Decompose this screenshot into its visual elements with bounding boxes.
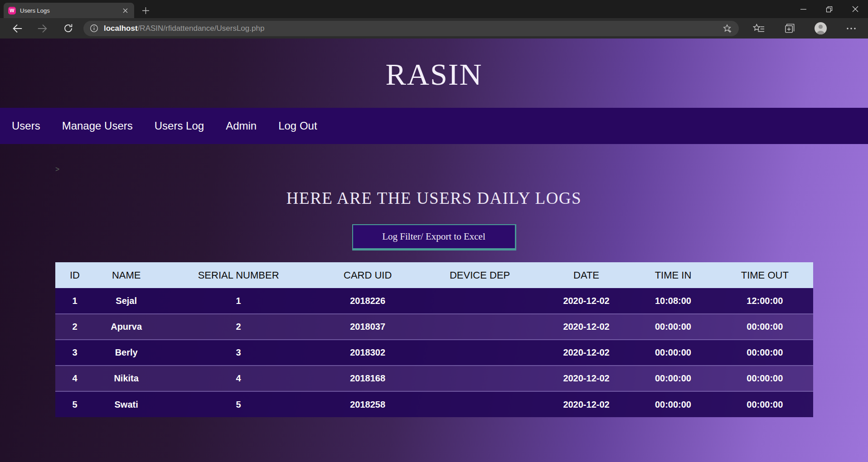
browser-tab-users-logs[interactable]: W Users Logs bbox=[4, 3, 134, 18]
table-row: 5 Swati 5 2018258 2020-12-02 00:00:00 00… bbox=[55, 391, 813, 417]
site-brand-title: RASIN bbox=[0, 38, 868, 92]
cell-id: 1 bbox=[55, 288, 95, 314]
cell-card-uid: 2018302 bbox=[319, 340, 417, 366]
nav-item-users-log[interactable]: Users Log bbox=[144, 120, 215, 132]
cell-device-dep bbox=[417, 314, 543, 340]
main-navbar: Users Manage Users Users Log Admin Log O… bbox=[0, 108, 868, 144]
log-filter-export-button[interactable]: Log Filter/ Export to Excel bbox=[352, 224, 516, 250]
cell-date: 2020-12-02 bbox=[543, 391, 630, 417]
cell-card-uid: 2018226 bbox=[319, 288, 417, 314]
cell-device-dep bbox=[417, 288, 543, 314]
restore-icon[interactable] bbox=[816, 0, 842, 18]
table-row: 3 Berly 3 2018302 2020-12-02 00:00:00 00… bbox=[55, 340, 813, 366]
cell-time-out: 12:00:00 bbox=[717, 288, 813, 314]
browser-window: W Users Logs bbox=[0, 0, 868, 462]
tab-title: Users Logs bbox=[20, 7, 121, 14]
browser-toolbar: localhost/RASIN/rfidattendance/UsersLog.… bbox=[0, 18, 868, 38]
forward-icon[interactable] bbox=[30, 19, 55, 38]
cell-name: Berly bbox=[94, 340, 158, 366]
nav-item-admin[interactable]: Admin bbox=[215, 120, 267, 132]
table-row: 2 Apurva 2 2018037 2020-12-02 00:00:00 0… bbox=[55, 314, 813, 340]
collections-icon[interactable] bbox=[779, 19, 800, 38]
cell-time-in: 00:00:00 bbox=[630, 391, 717, 417]
favorites-bar-icon[interactable] bbox=[748, 19, 770, 38]
cell-serial: 5 bbox=[158, 391, 319, 417]
window-controls bbox=[790, 0, 868, 18]
wampserver-favicon-icon: W bbox=[8, 7, 16, 14]
table-row: 1 Sejal 1 2018226 2020-12-02 10:08:00 12… bbox=[55, 288, 813, 314]
col-name: NAME bbox=[94, 262, 158, 288]
table-row: 4 Nikita 4 2018168 2020-12-02 00:00:00 0… bbox=[55, 366, 813, 391]
webpage: RASIN Users Manage Users Users Log Admin… bbox=[0, 38, 868, 462]
close-icon[interactable] bbox=[842, 0, 868, 18]
col-id: ID bbox=[55, 262, 95, 288]
cell-device-dep bbox=[417, 391, 543, 417]
avatar-person-icon bbox=[815, 22, 827, 34]
cell-date: 2020-12-02 bbox=[543, 340, 630, 366]
col-card-uid: CARD UID bbox=[319, 262, 417, 288]
address-bar[interactable]: localhost/RASIN/rfidattendance/UsersLog.… bbox=[83, 21, 739, 36]
cell-time-in: 00:00:00 bbox=[630, 314, 717, 340]
cell-time-out: 00:00:00 bbox=[717, 391, 813, 417]
minimize-icon[interactable] bbox=[790, 0, 816, 18]
cell-time-in: 00:00:00 bbox=[630, 340, 717, 366]
profile-avatar[interactable] bbox=[810, 19, 831, 38]
cell-id: 2 bbox=[55, 314, 95, 340]
add-favorite-star-icon[interactable] bbox=[723, 24, 732, 34]
cell-id: 5 bbox=[55, 391, 95, 417]
nav-item-log-out[interactable]: Log Out bbox=[267, 120, 328, 132]
page-title: HERE ARE THE USERS DAILY LOGS bbox=[0, 188, 868, 208]
url-text: localhost/RASIN/rfidattendance/UsersLog.… bbox=[104, 24, 264, 33]
cell-date: 2020-12-02 bbox=[543, 314, 630, 340]
cell-card-uid: 2018258 bbox=[319, 391, 417, 417]
browser-titlebar: W Users Logs bbox=[0, 0, 868, 18]
cell-device-dep bbox=[417, 366, 543, 391]
cell-id: 4 bbox=[55, 366, 95, 391]
stray-character: > bbox=[55, 165, 868, 174]
cell-card-uid: 2018037 bbox=[319, 314, 417, 340]
url-path: /RASIN/rfidattendance/UsersLog.php bbox=[138, 24, 265, 33]
nav-item-users[interactable]: Users bbox=[1, 120, 51, 132]
site-info-icon[interactable] bbox=[90, 24, 98, 33]
cell-time-in: 10:08:00 bbox=[630, 288, 717, 314]
nav-item-manage-users[interactable]: Manage Users bbox=[51, 120, 144, 132]
back-icon[interactable] bbox=[5, 19, 30, 38]
cell-device-dep bbox=[417, 340, 543, 366]
table-header-row: ID NAME SERIAL NUMBER CARD UID DEVICE DE… bbox=[55, 262, 813, 288]
cell-date: 2020-12-02 bbox=[543, 288, 630, 314]
cell-name: Apurva bbox=[94, 314, 158, 340]
cell-name: Sejal bbox=[94, 288, 158, 314]
cell-serial: 1 bbox=[158, 288, 319, 314]
col-serial-number: SERIAL NUMBER bbox=[158, 262, 319, 288]
col-time-in: TIME IN bbox=[630, 262, 717, 288]
site-header: RASIN bbox=[0, 38, 868, 108]
refresh-icon[interactable] bbox=[55, 19, 81, 38]
url-host: localhost bbox=[104, 24, 138, 33]
cell-time-out: 00:00:00 bbox=[717, 340, 813, 366]
new-tab-icon[interactable] bbox=[141, 5, 150, 15]
cell-time-out: 00:00:00 bbox=[717, 314, 813, 340]
users-log-table: ID NAME SERIAL NUMBER CARD UID DEVICE DE… bbox=[55, 262, 813, 417]
col-device-dep: DEVICE DEP bbox=[417, 262, 543, 288]
cell-serial: 4 bbox=[158, 366, 319, 391]
cell-time-out: 00:00:00 bbox=[717, 366, 813, 391]
cell-date: 2020-12-02 bbox=[543, 366, 630, 391]
cell-name: Nikita bbox=[94, 366, 158, 391]
cell-card-uid: 2018168 bbox=[319, 366, 417, 391]
cell-serial: 3 bbox=[158, 340, 319, 366]
tab-close-icon[interactable] bbox=[121, 6, 130, 15]
col-date: DATE bbox=[543, 262, 630, 288]
cell-serial: 2 bbox=[158, 314, 319, 340]
cell-id: 3 bbox=[55, 340, 95, 366]
col-time-out: TIME OUT bbox=[717, 262, 813, 288]
cell-name: Swati bbox=[94, 391, 158, 417]
settings-ellipsis-icon[interactable] bbox=[840, 19, 862, 38]
cell-time-in: 00:00:00 bbox=[630, 366, 717, 391]
